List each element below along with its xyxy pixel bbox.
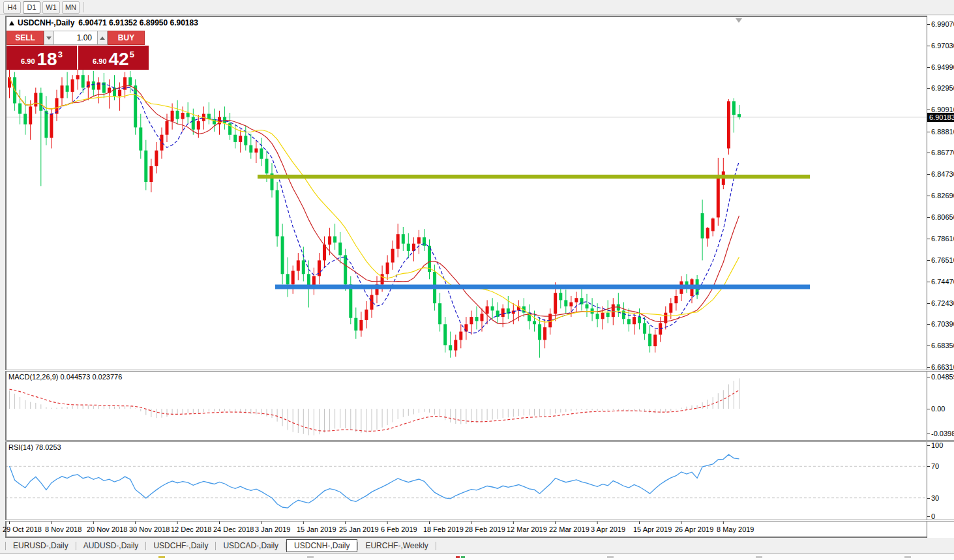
volume-input[interactable] (54, 31, 97, 45)
candle (134, 85, 137, 127)
candle (706, 228, 709, 239)
support-line[interactable] (275, 285, 810, 289)
candle (118, 90, 121, 96)
tab-separator (436, 542, 436, 550)
candle (475, 317, 479, 321)
candle (612, 304, 615, 317)
price-axis[interactable]: 6.990706.970306.949906.929506.909106.888… (927, 16, 954, 538)
candle (633, 317, 636, 324)
window-border-top (5, 16, 954, 17)
price-axis-label: 6.70390 (931, 320, 954, 328)
chart-header-ohlc: 6.90471 6.91352 6.89950 6.90183 (78, 18, 198, 27)
mini-chart-mark (307, 556, 314, 558)
rsi-axis-tick (927, 516, 930, 517)
volume-decrease-button[interactable] (44, 31, 54, 45)
price-axis-tick (927, 217, 930, 218)
macd-axis-label: 0.048594 (931, 373, 954, 381)
chart-window[interactable]: USDCNH-,Daily 6.90471 6.91352 6.89950 6.… (5, 16, 954, 538)
price-axis-label: 6.84730 (931, 170, 954, 178)
timeframe-button-h4[interactable]: H4 (3, 1, 21, 14)
chart-tab-eurchfweekly[interactable]: EURCHF-,Weekly (358, 539, 435, 552)
price-axis-tick (927, 367, 930, 368)
sell-price-pips: 18 (37, 51, 57, 68)
timeframe-button-w1[interactable]: W1 (42, 1, 60, 14)
candle (260, 149, 263, 159)
candle (265, 159, 269, 174)
candle (328, 237, 331, 245)
candle (23, 114, 27, 125)
buy-button[interactable]: BUY (108, 31, 145, 45)
candle (39, 93, 42, 111)
candle (638, 317, 641, 323)
price-axis-tick (927, 196, 930, 196)
candle (470, 317, 473, 324)
one-click-trading-widget: SELL BUY 6.90183 6.90425 (7, 31, 149, 70)
candle (338, 243, 342, 255)
mini-chart-mark (904, 556, 911, 558)
candle (738, 114, 741, 117)
arrow-up-icon (100, 37, 105, 40)
sell-price-point: 3 (58, 50, 63, 59)
chart-tab-eurusddaily[interactable]: EURUSD-,Daily (6, 539, 76, 552)
price-axis-tick (927, 153, 930, 153)
price-axis-tick (927, 67, 930, 68)
price-axis-label: 6.74470 (931, 278, 954, 286)
candle (50, 114, 53, 138)
price-axis-label: 6.78610 (931, 235, 954, 243)
candle (354, 318, 357, 331)
resistance-line[interactable] (258, 175, 810, 179)
sell-price-panel[interactable]: 6.90183 (7, 46, 77, 70)
candle (82, 75, 85, 87)
chart-tab-audusddaily[interactable]: AUDUSD-,Daily (76, 539, 146, 552)
candle (501, 308, 505, 317)
price-axis-tick (927, 346, 930, 346)
mini-chart-mark (461, 556, 465, 558)
candle (297, 260, 300, 271)
candle (92, 81, 95, 90)
volume-increase-button[interactable] (97, 31, 108, 45)
candle (417, 237, 421, 244)
price-axis-tick (927, 324, 930, 325)
chart-tab-usdcaddaily[interactable]: USDCAD-,Daily (216, 539, 286, 552)
candle (249, 145, 252, 153)
macd-axis-label: -0.039856 (931, 430, 954, 437)
timeframe-button-d1[interactable]: D1 (23, 1, 40, 14)
candle (233, 135, 237, 142)
panel-splitter-macd[interactable] (5, 370, 954, 372)
price-axis-tick (927, 303, 930, 304)
sell-button[interactable]: SELL (7, 31, 44, 45)
window-border-left (5, 16, 7, 538)
price-axis-label: 6.72430 (931, 299, 954, 307)
price-axis-tick (927, 88, 930, 89)
candle (727, 101, 730, 148)
candle (192, 117, 195, 129)
chart-tab-usdchfdaily[interactable]: USDCHF-,Daily (146, 539, 215, 552)
panel-splitter-rsi[interactable] (5, 440, 954, 442)
candle (8, 77, 11, 87)
candle (464, 324, 468, 331)
candle (181, 113, 185, 119)
chart-tab-bar: EURUSD-,DailyAUDUSD-,DailyUSDCHF-,DailyU… (0, 538, 954, 553)
price-axis-tick (927, 282, 930, 282)
rsi-axis-tick (927, 498, 930, 499)
candle (423, 237, 426, 246)
chart-canvas[interactable] (5, 16, 927, 538)
buy-price-panel[interactable]: 6.90425 (78, 46, 149, 70)
price-axis-label: 6.80650 (931, 213, 954, 221)
candle (71, 80, 74, 92)
window-border-bottom (5, 537, 954, 538)
macd-axis-tick (927, 409, 930, 409)
price-axis-label: 6.99070 (931, 20, 954, 28)
chart-tab-usdcnhdaily[interactable]: USDCNH-,Daily (286, 539, 357, 552)
candle (144, 151, 147, 182)
panel-splitter-dates[interactable] (5, 520, 954, 522)
candle (34, 93, 37, 107)
timeframe-button-mn[interactable]: MN (62, 1, 80, 14)
candle (438, 303, 441, 324)
candle (44, 111, 48, 138)
candle (669, 303, 672, 313)
candle (76, 75, 80, 79)
price-axis-label: 6.82690 (931, 192, 954, 199)
candle (149, 166, 153, 182)
toolbar-separator (83, 2, 84, 12)
